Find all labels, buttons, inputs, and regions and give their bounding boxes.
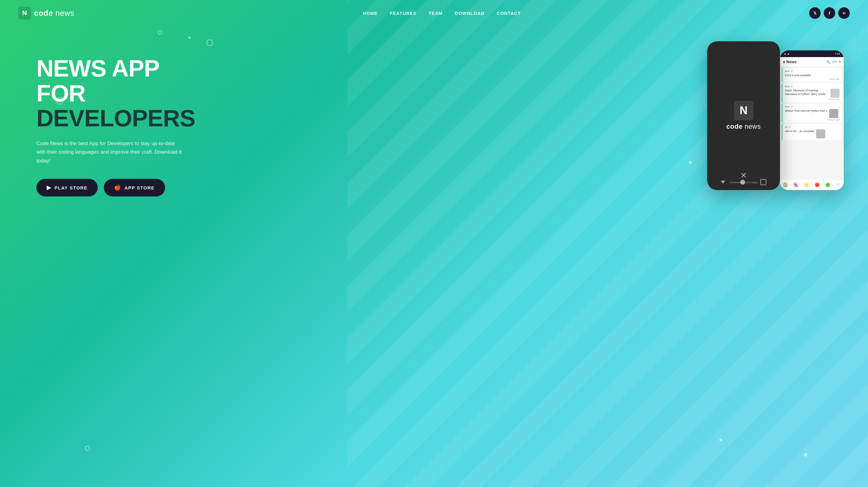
app-header-title: e News: [783, 60, 797, 64]
status-icons: ▲ ▲: [784, 52, 790, 55]
news-item-row: oint in C#... an Inoculate: [785, 129, 839, 139]
nav-home[interactable]: HOME: [363, 11, 377, 16]
phone-nav-bar: [707, 177, 780, 188]
logo[interactable]: N code news: [18, 7, 74, 20]
news-item-row: Sutch: Elements of Gaming Interviews in …: [785, 89, 839, 98]
phone-back: ▲ ▲ 7:04 e News 🔍 </> ≡: [780, 51, 844, 190]
news-item: Bolt ⚡ 9.5.8 is now available 7 hours ag…: [782, 68, 842, 82]
nav-features[interactable]: FEATURES: [390, 11, 416, 16]
news-title: 9.5.8 is now available: [785, 73, 839, 78]
play-store-label: PLAY STORE: [55, 185, 88, 190]
nav-icon-5: 🟢: [825, 182, 831, 188]
news-thumbnail: [829, 109, 838, 118]
news-time: 7 hours ago: [785, 78, 839, 80]
phone-status-bar: ▲ ▲ 7:04: [780, 51, 844, 57]
splash-text: code news: [726, 123, 761, 130]
phone-mockups: N code news Powered by CRX Apps: [692, 35, 850, 205]
code-icon: </>: [832, 60, 837, 64]
news-badge: 10 ⚡: [785, 126, 839, 128]
phone-front: N code news Powered by CRX Apps: [707, 41, 780, 190]
hero-text: NEWS APP FOR DEVELOPERS Code News is the…: [36, 44, 206, 196]
news-title: Wilson: Five new-ish Python Part 1: [785, 109, 827, 113]
news-thumbnail: [816, 129, 825, 139]
play-store-button[interactable]: ▶ PLAY STORE: [36, 179, 98, 196]
status-time: 7:04: [835, 52, 840, 55]
phone-splash-screen: N code news Powered by CRX Apps: [707, 41, 780, 190]
hero-section: N code news HOME FEATURES TEAM DOWNLOAD …: [0, 0, 868, 487]
apple-icon: 🍎: [114, 184, 121, 191]
hero-buttons: ▶ PLAY STORE 🍎 APP STORE: [36, 179, 206, 196]
news-time: 3 hours ago: [785, 119, 839, 121]
linkedin-link[interactable]: [838, 7, 850, 19]
news-thumbnail: [830, 89, 839, 98]
app-store-button[interactable]: 🍎 APP STORE: [104, 179, 165, 196]
decorative-dot: [719, 438, 722, 442]
news-title: oint in C#... an Inoculate: [785, 129, 814, 133]
nav-icon-4: 🔴: [814, 182, 820, 188]
search-icon: 🔍: [826, 60, 830, 64]
hero-title: NEWS APP FOR DEVELOPERS: [36, 56, 206, 131]
twitter-link[interactable]: [809, 7, 820, 19]
news-item-row: Wilson: Five new-ish Python Part 1: [785, 109, 839, 118]
decorative-dot: [804, 453, 807, 457]
play-icon: ▶: [47, 184, 52, 191]
news-badge: Bolt ⚡: [785, 85, 839, 88]
back-icon: [721, 181, 725, 184]
nav-heart: ♡: [835, 182, 842, 188]
news-item: Bolt ⚡ Wilson: Five new-ish Python Part …: [782, 103, 842, 123]
decorative-dot: [85, 446, 90, 451]
hero-content: NEWS APP FOR DEVELOPERS Code News is the…: [0, 26, 868, 223]
nav-team[interactable]: TEAM: [429, 11, 443, 16]
svg-text:N: N: [22, 9, 27, 17]
facebook-link[interactable]: [824, 7, 835, 19]
navbar: N code news HOME FEATURES TEAM DOWNLOAD …: [0, 0, 868, 26]
nav-icon-3: ⭐: [803, 182, 810, 188]
svg-text:N: N: [740, 104, 747, 117]
recent-icon: [760, 179, 766, 185]
news-badge: Bolt ⚡: [785, 70, 839, 72]
header-icons: 🔍 </> ≡: [826, 60, 841, 64]
news-list: Bolt ⚡ 9.5.8 is now available 7 hours ag…: [780, 67, 844, 179]
news-time: 3 hours ago: [785, 98, 839, 100]
phone-bottom-nav: 🏠 🔖 ⭐ 🔴 🟢: [780, 179, 844, 190]
splash-logo: N code news: [726, 101, 761, 130]
nav-contact[interactable]: CONTACT: [497, 11, 521, 16]
social-links: [809, 7, 850, 19]
nav-links: HOME FEATURES TEAM DOWNLOAD CONTACT: [363, 11, 521, 16]
hero-description: Code News is the best App for Developers…: [36, 140, 182, 166]
phone-news-screen: ▲ ▲ 7:04 e News 🔍 </> ≡: [780, 51, 844, 190]
phone-app-header: e News 🔍 </> ≡: [780, 57, 844, 67]
news-item: Bolt ⚡ Sutch: Elements of Gaming Intervi…: [782, 83, 842, 102]
nav-download[interactable]: DOWNLOAD: [455, 11, 485, 16]
news-item: 10 ⚡ oint in C#... an Inoculate: [782, 124, 842, 140]
logo-icon: N: [18, 7, 31, 20]
splash-logo-icon: N: [734, 101, 753, 120]
menu-icon: ≡: [839, 60, 841, 64]
nav-icon-2: 🔖: [793, 182, 799, 188]
home-icon: [740, 180, 745, 185]
news-title: Sutch: Elements of Gaming Interviews in …: [785, 89, 829, 96]
app-store-label: APP STORE: [124, 185, 155, 190]
phone-wrapper: N code news Powered by CRX Apps: [692, 35, 850, 205]
nav-icon-1: 🏠: [782, 182, 789, 188]
news-badge: Bolt ⚡: [785, 105, 839, 108]
logo-text: code news: [34, 8, 74, 18]
